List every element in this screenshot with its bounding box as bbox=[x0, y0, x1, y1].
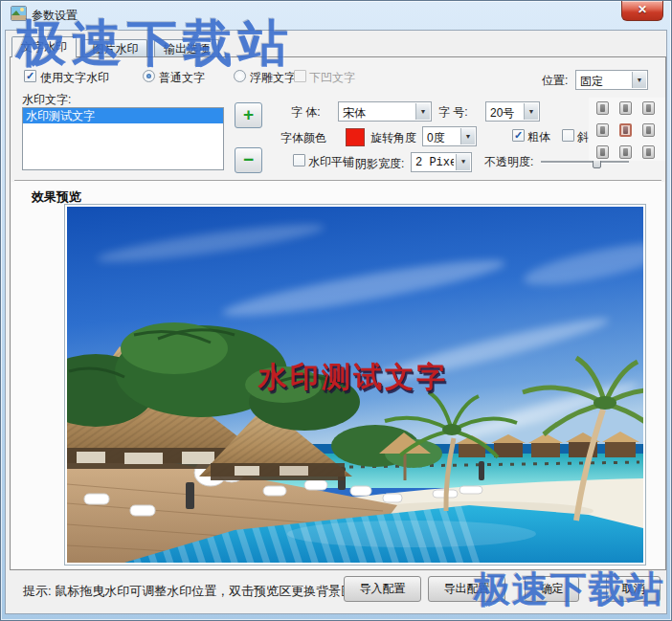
position-top-left-button[interactable] bbox=[596, 101, 609, 115]
position-top-center-button[interactable] bbox=[619, 101, 632, 115]
watermark-text-label: 水印文字: bbox=[22, 92, 71, 108]
font-value: 宋体 bbox=[343, 105, 414, 122]
draggable-watermark-text[interactable]: 水印测试文字 bbox=[258, 358, 448, 397]
font-color-label: 字体颜色 bbox=[280, 130, 326, 146]
slider-track[interactable] bbox=[541, 161, 629, 163]
position-center-button[interactable] bbox=[619, 123, 632, 137]
preview-image[interactable]: 水印测试文字 bbox=[67, 207, 643, 563]
rotation-value: 0度 bbox=[427, 130, 459, 146]
remove-watermark-button[interactable]: − bbox=[235, 147, 262, 173]
app-icon bbox=[11, 6, 27, 21]
position-value: 固定 bbox=[580, 74, 630, 90]
position-bottom-right-button[interactable] bbox=[642, 145, 655, 159]
chevron-down-icon[interactable]: ▼ bbox=[415, 103, 430, 120]
preview-group: 效果预览 bbox=[11, 182, 664, 568]
dialog-body: 文字水印 图片水印 输出选项 ✓ 使用文字水印 普通文字 浮雕文字 下凹文字 位… bbox=[5, 30, 667, 614]
shadow-width-label: 阴影宽度: bbox=[355, 156, 404, 172]
cancel-button[interactable]: 取消 bbox=[606, 576, 661, 602]
sunken-text-checkbox bbox=[294, 70, 306, 82]
title-bar[interactable]: 参数设置 ✕ bbox=[2, 2, 670, 30]
tab-output-options[interactable]: 输出选项 bbox=[154, 39, 219, 57]
tile-checkbox[interactable] bbox=[293, 154, 305, 166]
tip-text: 提示: 鼠标拖曳水印可调整水印位置，双击预览区更换背景图。 bbox=[23, 583, 366, 600]
bold-checkbox[interactable]: ✓ bbox=[512, 129, 525, 142]
chevron-down-icon[interactable]: ▼ bbox=[524, 103, 538, 120]
emboss-text-radio[interactable] bbox=[234, 70, 246, 82]
close-button[interactable]: ✕ bbox=[621, 1, 663, 21]
use-text-watermark-checkbox[interactable]: ✓ bbox=[24, 70, 36, 82]
font-size-combobox[interactable]: 20号 ▼ bbox=[485, 101, 540, 122]
tab-image-watermark[interactable]: 图片水印 bbox=[82, 39, 147, 57]
rotation-label: 旋转角度 bbox=[370, 130, 416, 146]
settings-window: 参数设置 ✕ 文字水印 图片水印 输出选项 ✓ 使用文字水印 普通文字 浮雕文字… bbox=[0, 0, 672, 621]
add-watermark-button[interactable]: + bbox=[235, 102, 262, 128]
font-combobox[interactable]: 宋体 ▼ bbox=[338, 101, 432, 122]
remove-icon: − bbox=[243, 149, 254, 169]
italic-checkbox[interactable] bbox=[562, 129, 574, 142]
close-icon: ✕ bbox=[638, 3, 647, 16]
font-size-label: 字 号: bbox=[438, 104, 468, 121]
list-item[interactable]: 水印测试文字 bbox=[23, 108, 223, 123]
check-icon: ✓ bbox=[26, 70, 34, 81]
font-size-value: 20号 bbox=[490, 105, 522, 122]
position-bottom-center-button[interactable] bbox=[619, 145, 632, 159]
window-title: 参数设置 bbox=[32, 8, 78, 24]
emboss-text-label: 浮雕文字 bbox=[250, 70, 296, 86]
shadow-width-value: 2 Pixel bbox=[415, 156, 454, 169]
add-icon: + bbox=[243, 104, 254, 124]
position-top-right-button[interactable] bbox=[642, 101, 655, 115]
position-combobox[interactable]: 固定 ▼ bbox=[575, 70, 648, 90]
position-middle-right-button[interactable] bbox=[642, 123, 655, 137]
sunken-text-label: 下凹文字 bbox=[309, 70, 355, 86]
chevron-down-icon[interactable]: ▼ bbox=[632, 72, 646, 88]
tab-strip: 文字水印 图片水印 输出选项 bbox=[11, 36, 221, 57]
check-icon: ✓ bbox=[514, 129, 523, 141]
preview-frame: 水印测试文字 bbox=[64, 204, 646, 566]
tab-text-watermark[interactable]: 文字水印 bbox=[11, 36, 77, 57]
chevron-down-icon[interactable]: ▼ bbox=[456, 154, 470, 170]
font-label: 字 体: bbox=[291, 104, 321, 121]
normal-text-radio[interactable] bbox=[143, 70, 155, 82]
watermark-position-grid bbox=[589, 98, 665, 161]
position-middle-left-button[interactable] bbox=[596, 123, 609, 137]
position-bottom-left-button[interactable] bbox=[596, 145, 609, 159]
rotation-combobox[interactable]: 0度 ▼ bbox=[422, 126, 477, 146]
normal-text-label: 普通文字 bbox=[159, 70, 205, 86]
shadow-width-combobox[interactable]: 2 Pixel ▼ bbox=[411, 152, 472, 172]
export-config-button[interactable]: 导出配置 bbox=[428, 576, 505, 602]
font-color-swatch[interactable] bbox=[346, 128, 365, 146]
ok-button[interactable]: 确定 bbox=[525, 576, 579, 602]
text-watermark-page: ✓ 使用文字水印 普通文字 浮雕文字 下凹文字 位置: 固定 ▼ 水印文字: 水… bbox=[10, 56, 666, 570]
use-text-watermark-label: 使用文字水印 bbox=[40, 70, 109, 86]
opacity-label: 不透明度: bbox=[484, 154, 533, 170]
position-label: 位置: bbox=[542, 73, 568, 89]
chevron-down-icon[interactable]: ▼ bbox=[460, 128, 475, 144]
watermark-list[interactable]: 水印测试文字 bbox=[22, 107, 224, 170]
import-config-button[interactable]: 导入配置 bbox=[344, 576, 421, 602]
tile-label: 水印平铺 bbox=[308, 154, 354, 170]
bold-label: 粗体 bbox=[527, 129, 550, 145]
